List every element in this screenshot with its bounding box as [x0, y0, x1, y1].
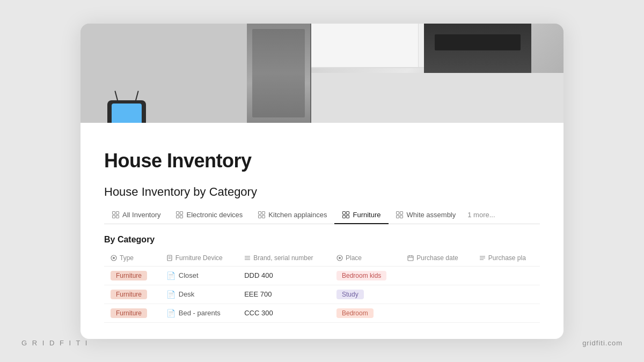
- row3-brand: CCC 300: [238, 304, 330, 322]
- row1-purchase-place: [473, 266, 540, 285]
- row3-place: Bedroom: [330, 304, 401, 322]
- svg-rect-1: [116, 211, 119, 214]
- table-row: Furniture Closet DDD 400 Bedroom kids: [104, 266, 540, 285]
- row2-brand: EEE 700: [238, 285, 330, 304]
- tv-screen: [112, 104, 142, 123]
- col-purchase-date: Purchase date: [401, 251, 472, 267]
- page-title: House Inventory: [104, 150, 540, 172]
- watermark-left: G R I D F I T I: [21, 339, 89, 347]
- row1-type: Furniture: [104, 266, 160, 285]
- svg-rect-5: [180, 211, 183, 214]
- row3-purchase-place: [473, 304, 540, 322]
- svg-rect-14: [342, 215, 345, 218]
- svg-rect-11: [262, 215, 265, 218]
- banner: [80, 24, 564, 123]
- row1-device: Closet: [160, 266, 238, 285]
- table-row: Furniture Bed - parents CCC 300 Bedroom: [104, 304, 540, 322]
- col-type: Type: [104, 251, 160, 267]
- tab-more[interactable]: 1 more...: [463, 206, 499, 223]
- row2-purchase-place: [473, 285, 540, 304]
- svg-rect-12: [342, 211, 345, 214]
- col-device: Furniture Device: [160, 251, 238, 267]
- col-purchase-place: Purchase pla: [473, 251, 540, 267]
- row3-type-badge: Furniture: [111, 308, 147, 318]
- row3-device: Bed - parents: [160, 304, 238, 322]
- row1-type-badge: Furniture: [111, 271, 147, 280]
- tab-all-label: All Inventory: [122, 211, 161, 219]
- tv-icon: [107, 100, 146, 123]
- inventory-table: Type Furniture Device Brand, serial numb…: [104, 251, 540, 323]
- svg-rect-4: [177, 211, 179, 214]
- svg-rect-9: [262, 211, 265, 214]
- kitchen-cabinet-left: [311, 24, 419, 68]
- svg-rect-0: [112, 211, 115, 214]
- tab-furniture-label: Furniture: [353, 211, 380, 219]
- svg-rect-7: [180, 215, 183, 218]
- tab-white[interactable]: White assembly: [389, 206, 464, 224]
- row1-place-badge: Bedroom kids: [336, 271, 386, 280]
- row2-type: Furniture: [104, 285, 160, 304]
- watermark-right: gridfiti.com: [582, 339, 623, 347]
- main-card: House Inventory House Inventory by Categ…: [80, 24, 564, 339]
- row3-purchase-date: [401, 304, 472, 322]
- row2-place: Study: [330, 285, 401, 304]
- svg-rect-2: [112, 215, 115, 218]
- kitchen-scene: [247, 24, 564, 123]
- svg-rect-30: [408, 256, 413, 261]
- svg-rect-16: [397, 211, 399, 214]
- tabs-bar: All Inventory Electronic devices: [104, 206, 540, 224]
- tab-electronic-label: Electronic devices: [187, 211, 243, 219]
- tab-electronic-icon: [176, 211, 184, 218]
- tv-body: [107, 100, 146, 123]
- section-title: House Inventory by Category: [104, 185, 540, 199]
- col-place: Place: [330, 251, 401, 267]
- banner-right-panel: [247, 24, 564, 123]
- svg-rect-3: [116, 215, 119, 218]
- row2-device-icon: Desk: [166, 290, 195, 299]
- svg-rect-18: [397, 215, 399, 218]
- row1-device-icon: Closet: [166, 271, 199, 280]
- row2-device: Desk: [160, 285, 238, 304]
- tab-kitchen[interactable]: Kitchen applainces: [250, 206, 334, 224]
- tab-all-inventory[interactable]: All Inventory: [104, 206, 169, 224]
- svg-rect-10: [258, 215, 261, 218]
- kitchen-fridge: [247, 24, 311, 123]
- row3-place-badge: Bedroom: [336, 308, 374, 318]
- svg-rect-19: [400, 215, 403, 218]
- banner-left-panel: [80, 24, 247, 123]
- svg-rect-15: [346, 215, 349, 218]
- table-section-title: By Category: [104, 235, 540, 245]
- svg-rect-17: [400, 211, 403, 214]
- svg-rect-6: [177, 215, 179, 218]
- banner-bg: [80, 24, 564, 123]
- tab-furniture-icon: [342, 211, 349, 218]
- kitchen-counter: [311, 73, 564, 123]
- tab-white-icon: [396, 211, 404, 218]
- row2-type-badge: Furniture: [111, 290, 147, 299]
- row2-place-badge: Study: [336, 290, 364, 299]
- svg-point-21: [113, 257, 115, 259]
- row1-purchase-date: [401, 266, 472, 285]
- tab-kitchen-icon: [258, 211, 265, 218]
- tab-white-label: White assembly: [407, 211, 456, 219]
- row1-brand: DDD 400: [238, 266, 330, 285]
- col-brand: Brand, serial number: [238, 251, 330, 267]
- table-header-row: Type Furniture Device Brand, serial numb…: [104, 251, 540, 267]
- svg-rect-8: [258, 211, 261, 214]
- tab-electronic[interactable]: Electronic devices: [169, 206, 251, 224]
- svg-point-29: [339, 257, 341, 259]
- row3-device-icon: Bed - parents: [166, 309, 221, 317]
- row3-type: Furniture: [104, 304, 160, 322]
- content-area: House Inventory House Inventory by Categ…: [80, 123, 564, 339]
- svg-rect-13: [346, 211, 349, 214]
- tab-furniture[interactable]: Furniture: [334, 206, 388, 224]
- tab-all-icon: [112, 211, 119, 218]
- tab-kitchen-label: Kitchen applainces: [268, 211, 327, 219]
- table-row: Furniture Desk EEE 700 Study: [104, 285, 540, 304]
- row1-place: Bedroom kids: [330, 266, 401, 285]
- row2-purchase-date: [401, 285, 472, 304]
